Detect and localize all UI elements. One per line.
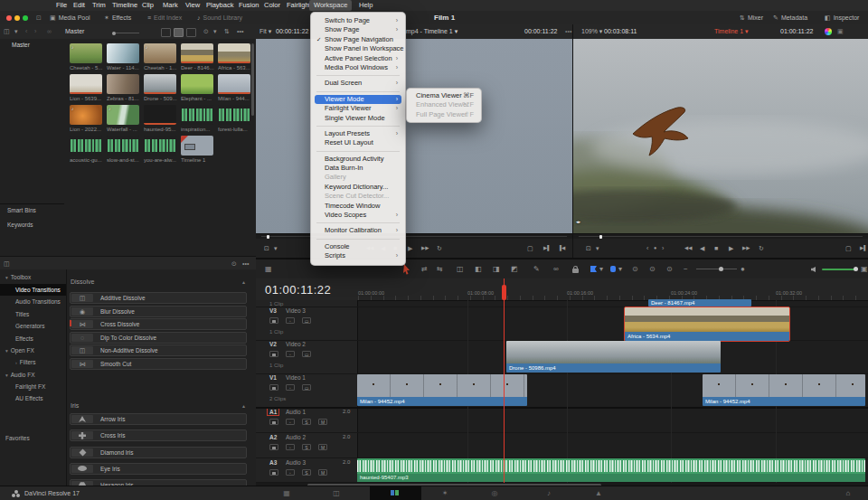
transition-eye-iris[interactable]: Eye Iris [70,463,247,475]
selection-mode-tool[interactable] [402,264,411,275]
transition-cross-iris[interactable]: Cross Iris [70,429,247,441]
fx-nav-titles[interactable]: Titles [15,311,29,317]
media-clip-thumb-elephant[interactable] [181,74,213,94]
fx-nav-effects[interactable]: Effects [15,335,33,342]
menubar-playback[interactable]: Playback [202,0,238,11]
fx-nav-fairlight-fx[interactable]: Fairlight FX [15,383,45,390]
zoom-full-extent-button[interactable]: ⊙ [632,259,638,278]
chevron-down-icon[interactable]: ▾ [14,27,18,36]
overwrite-clip-button[interactable]: ◨ [493,259,500,278]
timeline-zoom-select[interactable]: 109% ▾ [581,24,602,39]
clip-africa[interactable]: Africa - 5634.mp4 [624,307,790,342]
track-enable-button[interactable]: ◦ [286,351,295,357]
toolbar-media-pool[interactable]: ▣Media Pool [50,11,90,24]
tl-skip-forward-button[interactable]: ▶▶ [742,239,750,258]
tl-loop-button[interactable]: ↻ [759,239,764,258]
transition-arrow-iris[interactable]: Arrow Iris [70,413,247,425]
source-display-icon[interactable]: ⊡ [264,239,269,258]
forward-icon[interactable]: › [34,27,36,36]
next-keyframe-button[interactable]: › [662,239,664,258]
media-clip-thumb-zebras-81[interactable] [107,74,139,94]
track-lock-button[interactable] [269,351,278,357]
fx-nav-open-fx[interactable]: ▾Open FX [5,347,34,354]
skip-forward-button[interactable]: ▶▶ [421,239,429,258]
toolbar-inspector[interactable]: ◧Inspector [825,11,859,24]
media-clip-thumb-forest-lulla[interactable] [218,105,250,125]
collapse-icon[interactable]: ▴ [242,402,245,409]
keyframe-button[interactable]: ● [654,239,656,258]
fx-nav-au-effects[interactable]: AU Effects [15,395,43,401]
zoom-dot-icon[interactable]: ● [741,259,745,278]
menu-item-video-scopes[interactable]: Video Scopes› [315,211,401,220]
tl-goto-end-button[interactable]: ▶▌ [860,239,867,258]
menu-item-show-page-navigation[interactable]: ✓Show Page Navigation [315,35,401,44]
menu-item-layout-presets[interactable]: Layout Presets› [315,129,401,138]
tl-skip-back-button[interactable]: ◀◀ [684,239,692,258]
transition-blur-dissolve[interactable]: ◉Blur Dissolve [70,306,247,317]
menu-item-data-burn-in[interactable]: Data Burn-In [315,164,401,173]
clip-milan-2[interactable]: Milan - 94452.mp4 [703,374,865,406]
zoom-detail-button[interactable]: ⊙ [649,259,656,278]
track-id-a2[interactable]: A2 [269,434,277,440]
track-id-a1[interactable]: A1 [267,408,279,416]
fx-nav-toolbox[interactable]: ▾Toolbox [5,274,31,280]
timeline-mini-icon[interactable]: ▣ [861,259,868,278]
fx-nav-video-transitions[interactable]: Video Transitions [15,287,61,293]
media-pool-options-icon[interactable]: ••• [237,27,243,36]
clip-deer[interactable]: Deer - 81467.mp4 [648,299,751,307]
track-mute-button[interactable]: M [318,419,327,425]
media-clip-thumb-inspiration[interactable] [181,105,213,125]
track-enable-button[interactable]: ◦ [286,384,295,391]
track-lock-button[interactable] [269,444,278,450]
link-clips-toggle[interactable]: ∞ [553,259,559,278]
menubar-clip[interactable]: Clip [137,0,158,11]
media-clip-thumb-haunted-95[interactable] [144,105,176,125]
transition-diamond-iris[interactable]: Diamond Iris [70,447,247,458]
track-solo-button[interactable]: S [302,419,311,425]
keywords-section[interactable]: Keywords [7,222,33,228]
menubar-workspace[interactable]: Workspace [309,0,352,11]
media-clip-thumb-cheetah-1[interactable] [144,43,176,63]
clip-drone[interactable]: Drone - 50986.mp4 [506,341,721,373]
marker-chevron-icon[interactable]: ▾ [618,259,622,278]
insert-clip-button[interactable]: ◧ [475,259,482,278]
media-clip-thumb-lion-2022[interactable] [70,105,102,125]
track-id-a3[interactable]: A3 [269,459,277,466]
timeline-view-options-icon[interactable]: ▦ [265,259,272,278]
menubar-help[interactable]: Help [354,0,377,11]
clip-haunted-audio[interactable]: haunted-95407.mp3 [357,458,865,482]
chevron-down-icon[interactable]: ▾ [5,275,8,280]
zoom-window-button[interactable] [23,15,28,21]
media-clip-thumb-timeline-1[interactable] [181,136,213,156]
match-frame-button[interactable]: ▢ [527,239,533,258]
menu-item-dual-screen[interactable]: Dual Screen› [315,79,401,88]
goto-out-button[interactable]: ▐◀ [558,239,565,258]
media-clip-thumb-acoustic-gu[interactable] [70,136,102,156]
toolbar-mixer[interactable]: ⇅Mixer [740,11,763,24]
toolbar-metadata[interactable]: ✎Metadata [773,11,807,24]
bin-list-icon[interactable]: ◫ [4,27,10,36]
flag-icon[interactable] [590,266,597,272]
prev-keyframe-button[interactable]: ‹ [646,239,648,258]
chevron-down-icon[interactable]: ▾ [5,373,8,378]
trim-edit-mode-tool[interactable]: ⇄ [421,259,428,278]
position-lock-icon[interactable] [572,269,579,273]
search-chevron-icon[interactable]: ▾ [213,27,217,36]
transition-smooth-cut[interactable]: ⋈Smooth Cut [70,358,247,370]
transition-additive-dissolve[interactable]: ◫Additive Dissolve [70,292,247,304]
menu-item-monitor-calibration[interactable]: Monitor Calibration› [315,226,401,235]
clip-milan-1[interactable]: Milan - 94452.mp4 [357,374,527,406]
zoom-slider-track[interactable] [696,269,737,269]
track-solo-button[interactable]: S [302,444,311,450]
filmstrip-view-icon[interactable] [161,28,171,37]
media-clip-thumb-milan-944[interactable] [218,74,250,94]
page-media[interactable]: ▦ [276,486,297,500]
marker-icon[interactable] [610,266,616,272]
media-clip-thumb-lion-5639[interactable] [70,74,102,94]
media-clip-thumb-slow-and-st[interactable] [107,136,139,156]
replace-clip-button[interactable]: ◩ [511,259,518,278]
track-enable-button[interactable]: ◦ [286,444,295,450]
grade-bypass-icon[interactable]: ▣ [837,24,844,39]
custom-zoom-button[interactable]: ⊙ [666,259,673,278]
track-film-button[interactable]: ▭ [302,317,311,324]
